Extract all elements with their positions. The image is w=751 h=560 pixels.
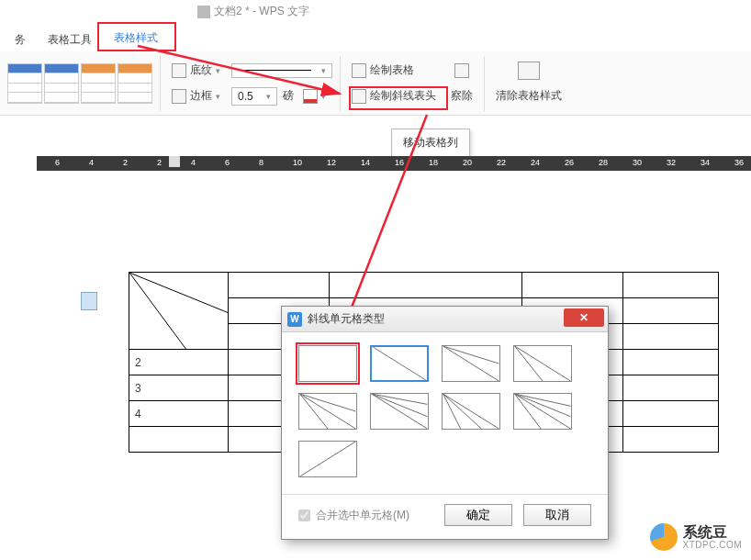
ruler-tick: 6	[55, 158, 60, 167]
table-cell[interactable]	[229, 273, 330, 298]
cell-type-diag6[interactable]	[442, 393, 500, 430]
svg-line-11	[300, 394, 328, 429]
separator	[160, 56, 161, 111]
table-cell[interactable]: 2	[129, 350, 229, 375]
border-button[interactable]: 边框▾	[168, 86, 224, 106]
document-icon	[197, 6, 210, 18]
wps-logo-icon: W	[287, 312, 302, 327]
cell-type-diag7[interactable]	[513, 393, 572, 430]
watermark-url: XTDPC.COM	[683, 540, 743, 550]
svg-line-18	[515, 394, 571, 429]
pen-color-icon	[303, 89, 318, 104]
svg-line-17	[443, 394, 482, 429]
ribbon-tabs: 务 表格工具 表格样式	[4, 28, 169, 51]
page-setup-icon[interactable]	[81, 292, 97, 310]
cell-type-diag1[interactable]	[370, 345, 429, 382]
diagonal-header-cell[interactable]	[129, 273, 229, 350]
merge-checkbox-input[interactable]	[298, 510, 310, 521]
clear-style-button[interactable]: 清除表格样式	[492, 86, 566, 106]
table-cell[interactable]: 3	[129, 375, 229, 401]
ruler-tick: 4	[191, 158, 196, 167]
table-cell[interactable]	[623, 273, 719, 298]
merge-checkbox[interactable]: 合并选中单元格(M)	[298, 508, 409, 523]
dialog-actions: 确定 取消	[444, 504, 591, 526]
dialog-footer: 合并选中单元格(M) 确定 取消	[282, 494, 608, 539]
cancel-button[interactable]: 取消	[523, 504, 591, 526]
style-thumb[interactable]	[118, 63, 152, 104]
table-style-gallery[interactable]	[7, 63, 152, 104]
style-thumb[interactable]	[44, 63, 79, 104]
svg-line-19	[515, 394, 571, 406]
draw-group: 绘制表格 绘制斜线表头	[348, 61, 440, 106]
chevron-down-icon: ▾	[216, 66, 220, 75]
pen-color-button[interactable]: ▾	[299, 87, 330, 106]
ruler-tick: 10	[293, 158, 302, 167]
watermark-logo-icon	[650, 523, 678, 551]
line-weight-select[interactable]: 0.5▾	[231, 87, 277, 106]
cell-type-diag3[interactable]	[513, 345, 572, 382]
close-button[interactable]: ✕	[564, 308, 604, 327]
ruler-tick: 4	[89, 158, 94, 167]
separator	[340, 56, 341, 111]
svg-line-8	[515, 346, 543, 381]
shading-icon	[172, 63, 186, 78]
tab-table-tools[interactable]: 表格工具	[37, 28, 103, 51]
style-thumb[interactable]	[7, 63, 42, 104]
table-row[interactable]	[129, 273, 719, 298]
erase-icon	[454, 63, 469, 78]
clear-style-icon	[518, 62, 540, 80]
cell-type-diag5[interactable]	[370, 393, 429, 430]
dialog-body	[282, 332, 608, 485]
tab-table-style[interactable]: 表格样式	[103, 27, 169, 51]
dialog-titlebar[interactable]: W 斜线单元格类型 ✕	[282, 307, 608, 332]
tab-unknown[interactable]: 务	[4, 28, 37, 51]
ok-button[interactable]: 确定	[444, 504, 512, 526]
ruler-tick: 32	[667, 158, 676, 167]
window-title: 文档2 * - WPS 文字	[197, 4, 309, 19]
line-style-select[interactable]: ▾	[231, 63, 332, 78]
ruler-tick: 16	[395, 158, 404, 167]
erase-button[interactable]: 察除	[447, 86, 476, 106]
shading-button[interactable]: 底纹▾	[168, 61, 224, 80]
draw-diagonal-header-button[interactable]: 绘制斜线表头	[348, 86, 440, 106]
svg-line-5	[443, 346, 499, 381]
cell-type-none[interactable]	[298, 345, 357, 382]
table-cell[interactable]	[522, 273, 623, 298]
watermark: 系统豆 XTDPC.COM	[650, 523, 743, 551]
svg-line-22	[300, 442, 356, 476]
weight-unit: 磅	[283, 88, 294, 104]
svg-line-9	[300, 394, 356, 429]
style-thumb[interactable]	[81, 63, 116, 104]
horizontal-ruler[interactable]: 6422468101214161820222426283032343638	[37, 156, 751, 171]
clear-style-group: 清除表格样式	[492, 61, 566, 106]
cell-type-diag2[interactable]	[442, 345, 500, 382]
ruler-tick: 2	[157, 158, 162, 167]
erase-label: 察除	[451, 88, 473, 104]
chevron-down-icon: ▾	[266, 92, 271, 101]
ruler-tick: 36	[734, 158, 744, 167]
cell-type-grid	[298, 345, 591, 477]
svg-line-14	[372, 394, 428, 417]
ruler-indent-marker[interactable]	[169, 156, 180, 167]
svg-line-6	[443, 346, 499, 364]
ruler-tick: 8	[259, 158, 263, 167]
ruler-tick: 20	[463, 158, 472, 167]
diagonal-header-icon	[352, 89, 366, 104]
cell-type-diag4[interactable]	[298, 393, 357, 430]
table-cell[interactable]: 4	[129, 401, 229, 427]
clear-style-label: 清除表格样式	[496, 88, 562, 104]
ruler-tick: 2	[123, 158, 128, 167]
ruler-tick: 6	[225, 158, 230, 167]
draw-table-icon	[352, 63, 366, 78]
separator	[484, 56, 485, 111]
diagonal-cell-type-dialog: W 斜线单元格类型 ✕ 合并选中单元格(M) 确定 取消	[281, 306, 609, 540]
table-cell[interactable]	[330, 273, 522, 298]
ruler-tick: 34	[701, 158, 710, 167]
chevron-down-icon: ▾	[321, 92, 326, 101]
chevron-down-icon: ▾	[216, 92, 220, 101]
draw-table-label: 绘制表格	[370, 62, 414, 78]
draw-table-button[interactable]: 绘制表格	[348, 61, 418, 80]
erase-group: 察除	[447, 61, 476, 106]
title-text: 文档2 * - WPS 文字	[214, 4, 309, 19]
cell-type-diag8[interactable]	[298, 441, 357, 477]
